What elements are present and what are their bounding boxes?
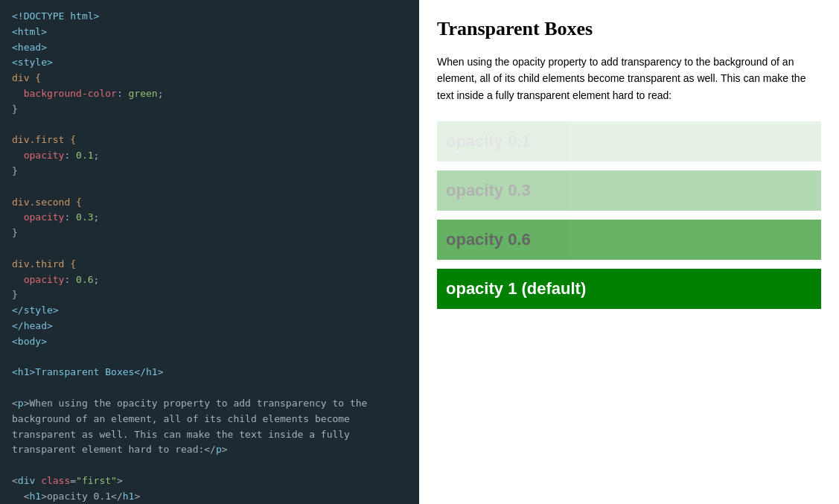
code-line: </style> [12,304,59,316]
code-line: <h1>Transparent Boxes</h1> [12,366,164,377]
code-line: opacity: 0.6; [12,274,99,285]
opacity-box-1: opacity 1 (default) [437,269,821,309]
code-line: opacity: 0.3; [12,211,99,223]
code-line: <html> [12,26,47,37]
code-line: } [12,227,18,238]
opacity-box-03-label: opacity 0.3 [446,181,812,200]
code-line: </head> [12,320,53,331]
code-line: <style> [12,57,53,68]
preview-panel: Transparent Boxes When using the opacity… [419,0,839,504]
opacity-box-06-label: opacity 0.6 [446,230,812,249]
code-line: background-color: green; [12,88,164,99]
code-line: <body> [12,336,47,347]
opacity-box-01: opacity 0.1 [437,121,821,162]
code-line: div.first { [12,134,76,145]
opacity-box-06: opacity 0.6 [437,220,821,260]
code-line: <div class="first"> [12,475,123,486]
opacity-box-03: opacity 0.3 [437,170,821,211]
preview-description: When using the opacity property to add t… [437,54,821,103]
code-line: div { [12,72,41,83]
preview-title: Transparent Boxes [437,18,821,40]
code-editor: <!DOCTYPE html> <html> <head> <style> di… [0,0,419,504]
code-line: div.third { [12,258,76,269]
code-line: div.second { [12,197,82,208]
code-line: <!DOCTYPE html> [12,10,99,22]
code-line: } [12,103,18,115]
opacity-box-1-label: opacity 1 (default) [446,279,812,299]
code-line: } [12,165,18,176]
code-line: } [12,289,18,300]
code-line: <head> [12,42,47,53]
code-line: <p>When using the opacity property to ad… [12,398,367,455]
code-line: <h1>opacity 0.1</h1> [12,491,140,502]
code-line: opacity: 0.1; [12,150,99,161]
opacity-box-01-label: opacity 0.1 [446,132,812,151]
